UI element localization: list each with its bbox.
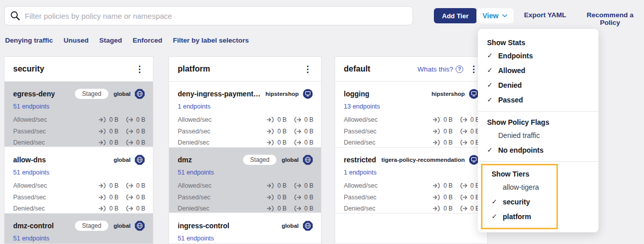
stat-label: Passed/sec (178, 128, 266, 135)
checkmark-icon: ✓ (487, 66, 498, 74)
stat-label: Passed/sec (344, 194, 432, 201)
filter-link-unused[interactable]: Unused (64, 37, 89, 44)
stat-row: Denied/sec0 B0 B (344, 137, 479, 149)
search-input[interactable] (25, 12, 408, 20)
filter-link-filter-by-label-selectors[interactable]: Filter by label selectors (173, 37, 249, 44)
policy-stats: Allowed/sec0 B0 BPassed/sec0 B0 BDenied/… (13, 180, 145, 215)
ingress-stat: 0 B (266, 116, 287, 123)
tier-header: security⋮ (5, 57, 153, 82)
ingress-stat-value: 0 B (109, 182, 118, 189)
stat-row: Allowed/sec0 B0 B (13, 114, 145, 126)
policy-stats: Allowed/sec0 B0 BPassed/sec0 B0 BDenied/… (344, 180, 479, 215)
whats-this-link[interactable]: Whats this?? (417, 65, 463, 73)
menu-item-endpoints[interactable]: ✓Endpoints (478, 48, 598, 63)
menu-item-allow-tigera[interactable]: allow-tigera (482, 180, 556, 194)
stat-row: Allowed/sec0 B0 B (344, 114, 479, 126)
menu-item-security[interactable]: ✓security (482, 194, 556, 209)
egress-stat: 0 B (293, 128, 313, 135)
checkmark-icon: ✓ (487, 81, 498, 89)
endpoints-link[interactable]: 51 endpoints (13, 103, 50, 110)
endpoints-link[interactable]: 51 endpoints (178, 235, 214, 242)
menu-item-no-endpoints[interactable]: ✓No endpoints (478, 143, 598, 157)
policy-card-dmz-control[interactable]: dmz-controlStagedglobal51 endpoints (5, 214, 153, 244)
ingress-stat-value: 0 B (444, 128, 453, 135)
tier-column-security: security⋮egress-denyStagedglobal51 endpo… (4, 56, 153, 244)
ingress-traffic-icon (266, 128, 275, 134)
policy-scope-label: global (113, 223, 131, 229)
ingress-stat: 0 B (266, 182, 287, 189)
staged-badge: Staged (75, 221, 108, 231)
policy-stats: Allowed/sec0 B0 BPassed/sec0 B0 BDenied/… (178, 114, 313, 149)
menu-item-label: Denied traffic (498, 131, 540, 140)
tier-kebab-menu-icon[interactable]: ⋮ (133, 64, 146, 75)
endpoints-link[interactable]: 51 endpoints (13, 235, 50, 242)
stat-label: Allowed/sec (178, 182, 266, 189)
whats-this-label: Whats this? (417, 65, 453, 73)
menu-item-denied[interactable]: ✓Denied (478, 78, 598, 92)
export-yaml-button[interactable]: Export YAML (524, 11, 566, 19)
ingress-stat-value: 0 B (277, 194, 287, 201)
ingress-traffic-icon (432, 128, 441, 134)
empty-tier-area (335, 214, 487, 244)
policy-name: egress-deny (13, 90, 55, 98)
policy-scope-label: hipstershop (265, 91, 299, 97)
endpoints-link[interactable]: 1 endpoints (178, 103, 211, 110)
endpoints-link[interactable]: 1 endpoints (344, 169, 377, 176)
stat-row: Allowed/sec0 B0 B (178, 180, 313, 192)
policy-name: dmz (178, 156, 192, 164)
policy-card-dmz[interactable]: dmzStagedglobal51 endpointsAllowed/sec0 … (169, 148, 321, 214)
stat-row: Denied/sec0 B0 B (344, 203, 479, 215)
policy-card-deny-ingress-paymentservi-[interactable]: deny-ingress-paymentservi…hipstershop1 e… (169, 82, 321, 148)
add-tier-button[interactable]: Add Tier (434, 8, 477, 23)
filter-link-denying-traffic[interactable]: Denying traffic (5, 37, 53, 44)
policy-card-top: ingress-controlglobal (178, 219, 313, 232)
egress-stat-value: 0 B (136, 116, 145, 123)
ingress-stat: 0 B (98, 182, 118, 189)
endpoints-link[interactable]: 51 endpoints (178, 169, 214, 176)
menu-item-passed[interactable]: ✓Passed (478, 92, 598, 107)
staged-badge: Staged (243, 155, 276, 165)
egress-traffic-icon (293, 194, 302, 200)
policy-card-egress-deny[interactable]: egress-denyStagedglobal51 endpointsAllow… (5, 82, 153, 148)
ingress-stat: 0 B (266, 194, 287, 201)
ingress-traffic-icon (432, 140, 441, 146)
tier-kebab-menu-icon[interactable]: ⋮ (301, 64, 314, 75)
filter-link-enforced[interactable]: Enforced (133, 37, 163, 44)
stat-label: Denied/sec (178, 139, 266, 146)
policy-card-logging[interactable]: logginghipstershop13 endpointsAllowed/se… (335, 82, 487, 148)
ingress-traffic-icon (432, 205, 441, 212)
checkmark-icon: ✓ (487, 52, 498, 59)
stat-label: Passed/sec (178, 194, 266, 201)
ingress-traffic-icon (266, 194, 275, 200)
view-button[interactable]: View (476, 8, 513, 23)
filter-link-staged[interactable]: Staged (99, 37, 122, 44)
stat-row: Denied/sec0 B0 B (13, 137, 145, 149)
menu-item-allowed[interactable]: ✓Allowed (478, 63, 598, 78)
menu-item-platform[interactable]: ✓platform (482, 209, 556, 224)
menu-item-denied-traffic[interactable]: Denied traffic (478, 128, 598, 143)
policy-card-allow-dns[interactable]: allow-dnsglobal51 endpointsAllowed/sec0 … (5, 148, 153, 214)
egress-stat-value: 0 B (136, 139, 145, 146)
menu-item-label: Endpoints (498, 52, 533, 60)
tier-header: defaultWhats this??⋮ (335, 57, 487, 82)
tier-title: security (13, 64, 44, 74)
egress-traffic-icon (459, 117, 468, 123)
endpoints-link[interactable]: 51 endpoints (13, 169, 50, 176)
egress-stat-value: 0 B (136, 194, 145, 201)
egress-stat: 0 B (459, 205, 479, 212)
egress-traffic-icon (293, 205, 302, 212)
policy-card-restricted[interactable]: restrictedtigera-policy-recommendation1 … (335, 148, 487, 214)
endpoints-link[interactable]: 13 endpoints (344, 103, 380, 110)
stat-row: Passed/sec0 B0 B (344, 192, 479, 203)
recommend-policy-button[interactable]: Recommend a Policy (576, 11, 644, 26)
stat-row: Passed/sec0 B0 B (178, 192, 313, 203)
ingress-stat-value: 0 B (109, 205, 118, 212)
ingress-stat-value: 0 B (444, 116, 453, 123)
policy-card-top: dmzStagedglobal (178, 153, 313, 166)
policy-card-ingress-control[interactable]: ingress-controlglobal51 endpoints (169, 214, 321, 244)
menu-section-title: Show Tiers (482, 165, 556, 180)
stat-label: Denied/sec (13, 205, 98, 212)
stat-label: Passed/sec (13, 128, 98, 135)
ingress-stat: 0 B (432, 205, 453, 212)
egress-traffic-icon (459, 140, 468, 146)
